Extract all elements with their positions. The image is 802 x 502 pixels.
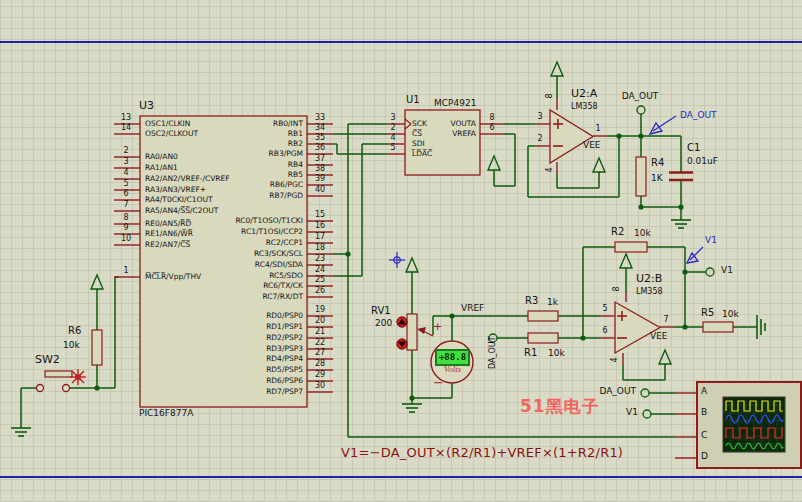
u3-pin-number: 22 (306, 339, 334, 347)
junction-dot (409, 395, 414, 400)
u2a-polarity-marks (553, 119, 563, 146)
sw2-button[interactable] (70, 369, 86, 385)
r1-body (528, 333, 558, 343)
u3-pin-number: 30 (306, 382, 334, 390)
terminal-circle (643, 410, 651, 418)
u3-pin-name: RD4/PSP4 (198, 355, 303, 363)
u3-pin-name: RC7/RX/DT (198, 293, 303, 301)
u3-pin-number: 33 (306, 114, 334, 122)
sw2-ref: SW2 (35, 354, 60, 365)
junction-dot (345, 251, 350, 256)
u3-pin-number: 2 (113, 147, 139, 155)
u3-pin-number: 40 (306, 186, 334, 194)
u1-pin-number: 6 (483, 124, 501, 132)
u1-pin-name: VOUTA (428, 120, 476, 128)
u3-pin-number: 29 (306, 371, 334, 379)
sw2-bar (45, 371, 72, 377)
ground-sideways-icon (757, 315, 765, 339)
da-out-flag-arrow-icon (650, 116, 676, 134)
u3-pin-name: RD6/PSP6 (198, 377, 303, 385)
u3-pin-number: 21 (306, 328, 334, 336)
u3-pin-name: OSC1/CLKIN (145, 120, 190, 128)
u1-pin-name: SDI (412, 140, 425, 148)
u3-pin-number: 17 (306, 233, 334, 241)
power-arrow-icon (406, 258, 418, 272)
u3-pin-number: 38 (306, 165, 334, 173)
u2b-pin-vcc-number: 8 (613, 286, 621, 291)
u3-pin-number: 34 (306, 124, 334, 132)
u3-pin-name: RA0/AN0 (145, 153, 178, 161)
v1-flag-arrow-icon (687, 247, 703, 263)
u3-pin-name: RC2/CCP1 (198, 239, 303, 247)
u3-pin-name: RA5/AN4/S̅S̅/C2OUT (145, 207, 218, 215)
u2b-part: LM358 (636, 288, 663, 296)
u3-pin-name: RB2 (198, 140, 303, 148)
u3-ref: U3 (139, 100, 154, 111)
u3-pin-name: RC0/T1OSO/T1CKI (198, 217, 303, 225)
da-out-terminal-label-top: DA_OUT (612, 92, 668, 101)
u3-pin-number: 3 (113, 158, 139, 166)
u3-pin-number: 39 (306, 175, 334, 183)
vref-net-label: VREF (461, 304, 484, 313)
r5-value: 10k (722, 310, 739, 319)
oscilloscope-screen (723, 397, 785, 452)
rv1-increase-button[interactable] (395, 315, 409, 329)
power-arrow-icon (488, 156, 500, 170)
u3-pin-number: 6 (113, 190, 139, 198)
u3-pin-name: RC5/SDO (198, 272, 303, 280)
u3-pin-name: RE2/AN7/C̅S̅ (145, 241, 190, 249)
r3-body (528, 311, 558, 321)
rv1-decrease-button[interactable] (395, 337, 409, 351)
u2a-pin-vee-number: 4 (546, 167, 554, 172)
power-arrow-icon (620, 254, 632, 268)
sheet-border-bottom (0, 476, 802, 478)
junction-dot (449, 313, 454, 318)
schematic-canvas: U3 PIC16F877A U1 MCP4921 U2:A LM358 VEE … (0, 0, 802, 502)
u3-pin-number: 10 (113, 235, 139, 243)
oscilloscope-grid (723, 397, 785, 452)
u3-pin-number: 16 (306, 222, 334, 230)
r1-ref: R1 (524, 348, 537, 358)
u3-pin-number: 18 (306, 244, 334, 252)
r2-body (615, 242, 647, 252)
u3-pin-name: OSC2/CLKOUT (145, 130, 198, 138)
da-out-wire-flag-label: DA_OUT (680, 111, 717, 120)
u3-pin-name: RB0/INT (198, 120, 303, 128)
u3-pin-name: RC4/SDI/SDA (198, 261, 303, 269)
u3-pin-name: RB4 (198, 161, 303, 169)
u3-pin-number: 1 (113, 267, 139, 275)
u2b-pin-minus-number: 6 (598, 327, 612, 335)
scope-channel-label: B (701, 408, 715, 417)
u3-pin-number: 13 (113, 114, 139, 122)
u3-pin-number: 19 (306, 306, 334, 314)
u3-pin-number: 27 (306, 349, 334, 357)
u3-pin-name: RA3/AN3/VREF+ (145, 186, 206, 194)
u1-pin-name: L̅D̅A̅C̅ (412, 150, 432, 158)
u2a-pin-minus-number: 2 (533, 135, 547, 143)
u1-pin-number: 8 (483, 114, 501, 122)
r3-ref: R3 (525, 296, 538, 306)
u2a-vee-label: VEE (583, 141, 601, 150)
u3-pin-number: 9 (113, 224, 139, 232)
u3-pin-name: RB1 (198, 130, 303, 138)
terminal-circle (706, 268, 714, 276)
scope-channel-label: C (701, 431, 715, 440)
u2b-pin-out-number: 7 (659, 316, 673, 324)
r4-value: 1K (651, 174, 663, 183)
u3-pin-name: RB3/PGM (198, 150, 303, 158)
r2-value: 10k (634, 229, 651, 238)
r6-ref: R6 (68, 326, 81, 336)
voltmeter-minus-label: − (433, 376, 444, 389)
r6-value: 10k (63, 341, 80, 350)
u3-pin-name: RD3/PSP3 (198, 345, 303, 353)
da-out-scope-terminal-label: DA_OUT (588, 387, 636, 396)
formula-annotation: V1=−DA_OUT×(R2/R1)+VREF×(1+R2/R1) (341, 446, 623, 459)
u3-pin-name: RD5/PSP5 (198, 366, 303, 374)
u3-pin-number: 14 (113, 124, 139, 132)
junction-dot (682, 324, 687, 329)
power-arrow-icon (91, 275, 103, 289)
sw2-terminal-left (37, 385, 44, 392)
u3-pin-number: 5 (113, 180, 139, 188)
voltmeter-reading: +88.8 (436, 353, 469, 362)
u3-pin-name: RE1/AN6/W̅R̅ (145, 230, 193, 238)
